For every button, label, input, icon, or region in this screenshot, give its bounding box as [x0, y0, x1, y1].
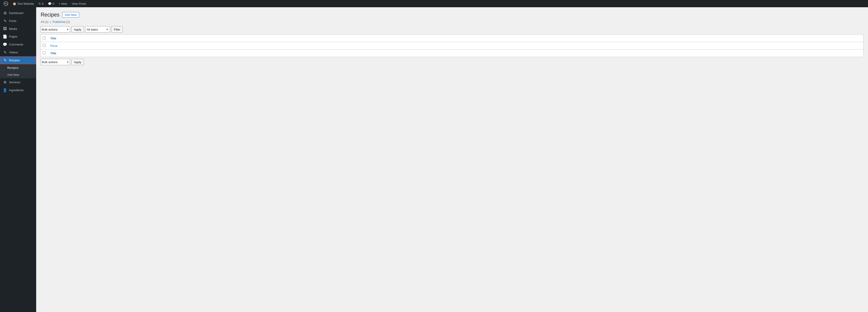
sidebar-submenu-recipes-header[interactable]: Recipes [0, 64, 36, 71]
dates-dropdown[interactable]: All dates [87, 28, 105, 31]
bulk-actions-dropdown-bottom[interactable]: Bulk actions [42, 60, 66, 64]
all-count: (1) [45, 20, 49, 24]
main-content: Recipes Add New All (1) | Published (1) … [36, 7, 868, 312]
footer-checkbox-cell [41, 50, 48, 57]
wp-logo-button[interactable] [2, 0, 10, 7]
title-sort-link[interactable]: Title [51, 37, 57, 40]
sidebar-item-posts[interactable]: ✎ Posts [0, 17, 36, 25]
ingredients-icon: 👤 [3, 88, 7, 92]
sidebar-label-posts: Posts [9, 19, 17, 23]
posts-table: Title Pizza [41, 34, 864, 57]
filter-sep: | [50, 20, 51, 24]
submenu-addnew-label: Add New [7, 73, 19, 77]
new-button[interactable]: + New [57, 0, 69, 7]
dates-select[interactable]: All dates ▼ [85, 26, 110, 33]
sidebar-item-ingredients[interactable]: 👤 Ingredients [0, 86, 36, 94]
bottom-toolbar: Bulk actions ▼ Apply [41, 59, 864, 65]
pages-icon: 📄 [3, 34, 7, 39]
table-row: Pizza [41, 42, 864, 50]
sidebar-label-dashboard: Dashboard [9, 11, 24, 15]
sidebar-submenu-recipes: Recipes Add New [0, 64, 36, 78]
header-checkbox-cell [41, 35, 48, 42]
sidebar-item-media[interactable]: 🖼 Media [0, 25, 36, 33]
table-body: Pizza [41, 42, 864, 50]
updates-icon: ↻ [38, 2, 41, 5]
sidebar-label-pages: Pages [9, 35, 18, 38]
add-new-button[interactable]: Add New [62, 12, 79, 18]
comments-sidebar-icon: 💬 [3, 42, 7, 47]
filter-all-link[interactable]: All [41, 20, 44, 24]
header-title-col[interactable]: Title [48, 35, 864, 42]
svg-point-1 [5, 3, 6, 4]
videos-icon: ✎ [3, 50, 7, 55]
site-name: Test Website [17, 2, 34, 5]
row-checkbox[interactable] [43, 44, 46, 47]
updates-button[interactable]: ↻ 8 [37, 0, 45, 7]
sidebar-label-videos: Videos [9, 51, 18, 54]
filter-links: All (1) | Published (1) [41, 20, 864, 24]
comments-icon: 💬 [48, 2, 52, 5]
footer-title-sort-link[interactable]: Title [51, 52, 57, 55]
sidebar-label-services: Services [9, 81, 20, 84]
sidebar: ⊞ Dashboard ✎ Posts 🖼 Media 📄 Pages 💬 Co… [0, 7, 36, 312]
sidebar-label-ingredients: Ingredients [9, 88, 24, 92]
row-title-cell: Pizza [48, 42, 864, 50]
apply-button-bottom[interactable]: Apply [71, 59, 84, 65]
dashboard-icon: ⊞ [3, 11, 7, 15]
top-toolbar: Bulk actions ▼ Apply All dates ▼ Filter [41, 26, 864, 33]
bulk-actions-arrow-icon: ▼ [66, 28, 69, 31]
sidebar-item-comments[interactable]: 💬 Comments [0, 40, 36, 49]
select-all-checkbox[interactable] [43, 36, 46, 39]
published-count: (1) [66, 20, 70, 24]
table-footer-row: Title [41, 50, 864, 57]
admin-bar: 🏠 Test Website ↻ 8 💬 0 + New View Posts [0, 0, 868, 7]
wordpress-icon [4, 1, 8, 6]
sidebar-item-pages[interactable]: 📄 Pages [0, 33, 36, 40]
sidebar-item-dashboard[interactable]: ⊞ Dashboard [0, 9, 36, 17]
apply-button-top[interactable]: Apply [71, 26, 84, 33]
table-header-row: Title [41, 35, 864, 42]
submenu-recipes-label: Recipes [7, 66, 19, 69]
site-name-button[interactable]: 🏠 Test Website [11, 0, 36, 7]
sidebar-item-videos[interactable]: ✎ Videos [0, 49, 36, 56]
post-title-link[interactable]: Pizza [51, 44, 58, 48]
sidebar-label-media: Media [9, 27, 17, 31]
media-icon: 🖼 [3, 27, 7, 31]
row-checkbox-cell [41, 42, 48, 50]
footer-title-col: Title [48, 50, 864, 57]
update-count: 8 [42, 2, 43, 5]
sidebar-label-comments: Comments [9, 43, 23, 46]
filter-published-link[interactable]: Published [53, 20, 66, 24]
filter-button[interactable]: Filter [112, 26, 123, 33]
posts-icon: ✎ [3, 19, 7, 23]
recipes-icon: ✎ [3, 58, 7, 62]
bulk-actions-select-top[interactable]: Bulk actions ▼ [41, 26, 70, 33]
view-posts-label: View Posts [72, 2, 86, 5]
sidebar-item-recipes[interactable]: ✎ Recipes [0, 56, 36, 64]
new-label: + New [59, 2, 67, 5]
view-posts-button[interactable]: View Posts [70, 0, 88, 7]
footer-select-all-checkbox[interactable] [43, 51, 46, 54]
sidebar-label-recipes: Recipes [9, 59, 20, 62]
sidebar-submenu-addnew[interactable]: Add New [0, 71, 36, 78]
page-header: Recipes Add New [41, 12, 864, 18]
home-icon: 🏠 [13, 2, 16, 5]
page-title: Recipes [41, 12, 59, 18]
wp-logo-icon [4, 1, 8, 6]
comment-count: 0 [53, 2, 54, 5]
bulk-actions-select-bottom[interactable]: Bulk actions ▼ [41, 59, 70, 65]
bulk-actions-dropdown-top[interactable]: Bulk actions [42, 28, 66, 31]
comments-button[interactable]: 💬 0 [46, 0, 56, 7]
dates-arrow-icon: ▼ [106, 28, 108, 31]
services-icon: ⚙ [3, 80, 7, 84]
sidebar-item-services[interactable]: ⚙ Services [0, 78, 36, 86]
bulk-actions-bottom-arrow-icon: ▼ [66, 61, 69, 63]
